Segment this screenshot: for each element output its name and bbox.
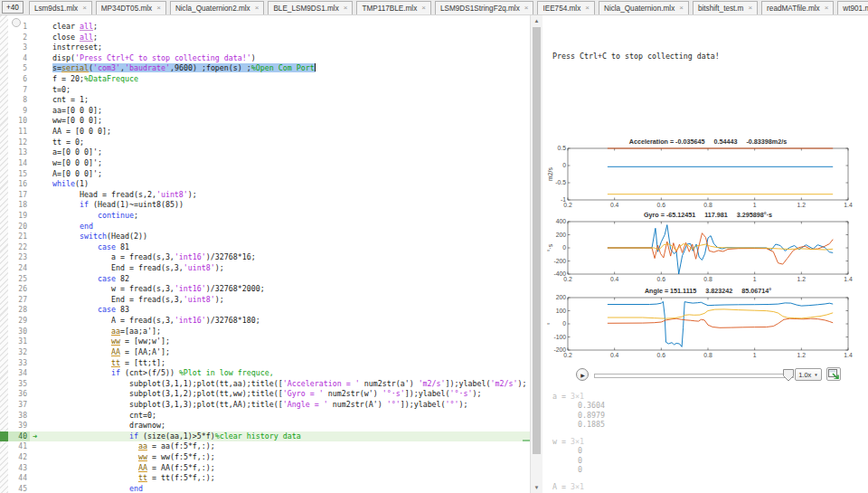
tab-lsm9ds1stringf2q-mlx[interactable]: LSM9DS1StringF2q.mlx× <box>435 1 534 14</box>
acceleration-plot: 0.20.40.60.811.21.40.50-0.5-1Acceleratio… <box>542 134 863 210</box>
code-text: ww=[0 0 0]; <box>30 116 530 127</box>
code-line-8[interactable]: 8cnt = 1; <box>0 95 530 106</box>
gutter-edge <box>0 327 8 337</box>
close-icon[interactable]: × <box>421 5 426 12</box>
svg-text:0.8: 0.8 <box>703 352 712 358</box>
scrollbar-thumb[interactable] <box>533 27 541 454</box>
tab-overflow-count[interactable]: +40 ▼ <box>2 1 24 14</box>
close-icon[interactable]: × <box>679 5 684 12</box>
code-text: cnt=0; <box>30 411 530 422</box>
code-line-31[interactable]: 31 ww = [ww;w']; <box>0 337 530 347</box>
close-icon[interactable]: × <box>825 5 829 12</box>
code-line-26[interactable]: 26 w = fread(s,3,'int16')/32768*2000; <box>0 284 530 295</box>
code-line-41[interactable]: 41 aa = aa(f:5*f,:); <box>0 441 530 452</box>
code-text: if (cnt>(f/5)) %Plot in low frequce, <box>30 368 530 379</box>
open-in-figure-button[interactable] <box>826 367 841 381</box>
code-line-18[interactable]: 18 if (Head(1)~=uint8(85)) <box>0 200 530 211</box>
tab-mp34dt05-mlx[interactable]: MP34DT05.mlx× <box>96 1 166 14</box>
tab-iee754-mlx[interactable]: IEE754.mlx× <box>537 1 595 14</box>
code-line-2[interactable]: 2close all; <box>0 33 530 43</box>
code-line-1[interactable]: 1clear all; <box>0 22 530 33</box>
close-icon[interactable]: × <box>156 5 161 12</box>
code-line-16[interactable]: 16while(1) <box>0 179 530 190</box>
code-line-29[interactable]: 29 A = fread(s,3,'int16')/32768*180; <box>0 316 530 327</box>
code-line-28[interactable]: 28 case 83 <box>0 305 530 316</box>
play-button[interactable]: ▶ <box>576 368 589 381</box>
tab-label: IEE754.mlx <box>542 5 580 13</box>
code-line-13[interactable]: 13a=[0 0 0]'; <box>0 147 530 158</box>
tab-tmp117ble-mlx[interactable]: TMP117BLE.mlx× <box>356 1 431 14</box>
code-text: if (Head(1)~=uint8(85)) <box>30 200 530 211</box>
code-line-44[interactable]: 44 tt = tt(f:5*f,:); <box>0 473 530 484</box>
close-icon[interactable]: × <box>524 5 529 12</box>
code-line-20[interactable]: 20 end <box>0 222 530 232</box>
scroll-up-icon[interactable]: ▲ <box>531 15 542 26</box>
gutter-edge <box>0 305 8 316</box>
code-text: clear all; <box>30 22 530 33</box>
code-text: switch(Head(2)) <box>30 232 530 242</box>
code-line-7[interactable]: 7t=0; <box>0 85 530 96</box>
code-line-38[interactable]: 38 cnt=0; <box>0 411 530 422</box>
code-line-17[interactable]: 17 Head = fread(s,2,'uint8'); <box>0 190 530 201</box>
code-line-14[interactable]: 14w=[0 0 0]'; <box>0 158 530 169</box>
close-icon[interactable]: × <box>82 5 87 12</box>
code-line-3[interactable]: 3instrreset; <box>0 43 530 53</box>
code-line-19[interactable]: 19 continue; <box>0 211 530 222</box>
code-line-6[interactable]: 6f = 20;%DataFrequce <box>0 74 530 85</box>
gutter-edge <box>0 358 8 369</box>
line-number: 34 <box>8 368 30 379</box>
code-line-34[interactable]: 34 if (cnt>(f/5)) %Plot in low frequce, <box>0 368 530 379</box>
code-line-4[interactable]: 4disp('Press Ctrl+C to stop collecting d… <box>0 53 530 64</box>
line-number: 36 <box>8 389 30 400</box>
code-editor[interactable]: 1clear all;2close all;3instrreset;4disp(… <box>0 15 530 493</box>
playback-speed-dropdown[interactable]: 1.0x ▼ <box>795 368 822 381</box>
tab-nicla-quaternion2-mlx[interactable]: Nicla_Quaternion2.mlx× <box>170 1 265 14</box>
line-number: 7 <box>8 85 30 96</box>
gutter-edge <box>0 441 8 452</box>
tab-ble-lsm9ds1-mlx[interactable]: BLE_LSM9DS1.mlx× <box>268 1 353 14</box>
code-line-32[interactable]: 32 AA = [AA;A']; <box>0 347 530 358</box>
code-line-27[interactable]: 27 End = fread(s,3,'uint8'); <box>0 295 530 306</box>
line-number: 30 <box>8 327 30 337</box>
svg-text:1: 1 <box>753 276 757 282</box>
code-line-12[interactable]: 12tt = 0; <box>0 137 530 148</box>
code-line-33[interactable]: 33 tt = [tt;t]; <box>0 358 530 369</box>
code-line-40[interactable]: 40➔ if (size(aa,1)>5*f)%clear history da… <box>0 431 530 442</box>
close-icon[interactable]: × <box>748 5 752 12</box>
tab-bitshift-test-m[interactable]: bitshift_test.m× <box>693 1 758 14</box>
gutter-edge <box>0 127 8 137</box>
code-line-23[interactable]: 23 a = fread(s,3,'int16')/32768*16; <box>0 252 530 263</box>
code-line-30[interactable]: 30 aa=[aa;a']; <box>0 327 530 337</box>
code-line-37[interactable]: 37 subplot(3,1,3);plot(tt,AA);title(['An… <box>0 400 530 411</box>
code-line-5[interactable]: 5s=serial('com3','baudrate',9600) ;fopen… <box>0 63 530 74</box>
code-line-15[interactable]: 15A=[0 0 0]'; <box>0 169 530 180</box>
code-line-39[interactable]: 39 drawnow; <box>0 421 530 431</box>
code-line-21[interactable]: 21 switch(Head(2)) <box>0 232 530 242</box>
close-icon[interactable]: × <box>344 5 348 12</box>
slider-thumb[interactable] <box>783 369 795 382</box>
code-line-43[interactable]: 43 AA = AA(f:5*f,:); <box>0 463 530 474</box>
editor-scrollbar[interactable]: ▲ ▼ <box>530 15 542 493</box>
code-line-35[interactable]: 35 subplot(3,1,1);plot(tt,aa);title(['Ac… <box>0 379 530 390</box>
tab-nicla-quaternion-mlx[interactable]: Nicla_Quaternion.mlx× <box>599 1 689 14</box>
code-line-45[interactable]: 45 end <box>0 484 530 493</box>
code-line-25[interactable]: 25 case 82 <box>0 274 530 285</box>
line-number: 20 <box>8 222 30 232</box>
code-line-9[interactable]: 9aa=[0 0 0]; <box>0 106 530 117</box>
code-text: subplot(3,1,3);plot(tt,AA);title(['Angle… <box>30 400 530 411</box>
tab-wt901-mlx-[interactable]: wt901.mlx *× <box>837 1 868 14</box>
code-line-10[interactable]: 10ww=[0 0 0]; <box>0 116 530 127</box>
timeline-slider[interactable] <box>594 374 794 378</box>
code-line-24[interactable]: 24 End = fread(s,3,'uint8'); <box>0 263 530 274</box>
code-line-11[interactable]: 11AA = [0 0 0]; <box>0 127 530 137</box>
svg-text:Acceleration = -0.035645 0: Acceleration = -0.035645 0.54443 -0.8339… <box>629 137 787 146</box>
tab-readmatfile-mlx[interactable]: readMATfile.mlx× <box>761 1 834 14</box>
code-line-22[interactable]: 22 case 81 <box>0 242 530 253</box>
close-icon[interactable]: × <box>255 5 259 12</box>
scroll-down-icon[interactable]: ▼ <box>531 482 542 493</box>
code-line-36[interactable]: 36 subplot(3,1,2);plot(tt,ww);title(['Gy… <box>0 389 530 400</box>
code-line-42[interactable]: 42 ww = ww(f:5*f,:); <box>0 452 530 463</box>
tab-lsm9ds1-mlx[interactable]: Lsm9ds1.mlx× <box>29 1 92 14</box>
close-icon[interactable]: × <box>585 5 590 12</box>
line-number: 13 <box>8 147 30 158</box>
